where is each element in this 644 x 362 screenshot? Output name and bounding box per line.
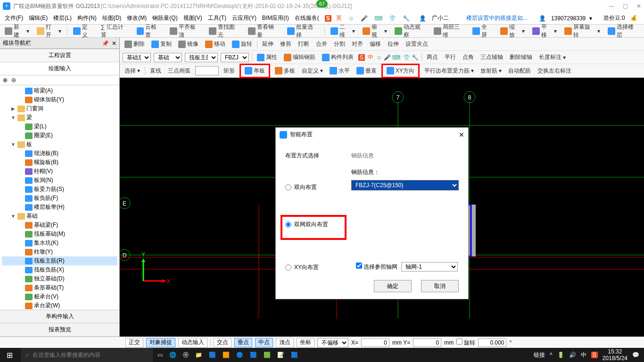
app-icon-6[interactable]: 🔵 [236,352,243,358]
new-button[interactable]: 新建 ▾ [3,22,31,40]
osnap-toggle[interactable]: 对象捕捉 [146,338,175,347]
snap-mid[interactable]: 中点 [255,338,273,347]
tree-item[interactable]: 柱帽(V) [2,167,117,176]
tab-draw-input[interactable]: 绘图输入 [0,62,119,75]
define-button[interactable]: 定义 [71,22,95,40]
batch-select-button[interactable]: 批量选择 [285,22,321,40]
split-button[interactable]: 分割 [332,39,347,49]
move-button[interactable]: 移动 [203,39,227,49]
taskbar-search[interactable]: ○ 在这里输入你要搜索的内容 [21,348,153,362]
length-dim-button[interactable]: 长度标注 ▾ [537,52,568,62]
copy-button[interactable]: 复制 [149,39,173,49]
tree-item[interactable]: 圈梁(E) [2,131,117,140]
app-icon-8[interactable]: 🟩 [264,352,271,358]
subtype-combo[interactable]: 筏板主筋 [185,53,218,62]
stretch-button[interactable]: 拉伸 [386,39,401,49]
arc-tool[interactable]: 三点画弧 [166,66,192,76]
user-avatar-icon[interactable]: 👤 [417,14,428,23]
snap-perp[interactable]: 垂点 [234,338,252,347]
ime-emoji-icon[interactable]: ☺ [347,14,356,23]
parallel-aux-button[interactable]: 平行 [443,52,458,62]
tree-item[interactable]: 螺旋板(B) [2,158,117,167]
pan-button[interactable]: 平移 ▾ [530,22,559,40]
ime-kbd-icon[interactable]: ⌨ [372,14,384,23]
user-id[interactable]: 👤 13907298339 ▾ [535,14,594,23]
merge-button[interactable]: 合并 [314,39,329,49]
tray-link[interactable]: 链接 [534,351,545,359]
rect-tool[interactable]: 矩形 [222,66,237,76]
tree-item[interactable]: 砌体加筋(Y) [2,95,117,104]
offset-combo[interactable]: 不偏移 [317,338,348,347]
task-view-icon[interactable]: ▭ [157,352,163,358]
radio-xy-direction[interactable]: XY向布置 [285,263,347,272]
auto-rebar-button[interactable]: 自动配筋 [506,66,533,76]
cancel-button[interactable]: 取消 [421,280,459,292]
custom-button[interactable]: 自定义 ▾ [300,66,325,76]
align-top-button[interactable]: 平齐板顶 [168,22,203,40]
start-button[interactable]: ⊞ [0,351,19,360]
find-button[interactable]: 查找图元 [207,22,242,40]
fullscreen-button[interactable]: 全屏 [471,22,495,40]
multi-board-button[interactable]: 多板 [273,66,297,76]
2d-button[interactable]: 二维 ▾ [329,22,357,40]
open-button[interactable]: 打开 ▾ [35,22,63,40]
zoom-button[interactable]: 缩放 ▾ [498,22,527,40]
minimize-button[interactable]: — [609,3,614,9]
layer-combo[interactable]: 基础层 [123,53,151,62]
align-button[interactable]: 对齐 [350,39,365,49]
tray-notifications-icon[interactable]: 💬 [632,352,639,358]
draw-value-input[interactable] [195,66,219,75]
tab-single-input[interactable]: 单构件输入 [0,310,119,323]
ok-button[interactable]: 确定 [374,280,412,292]
collapse-icon[interactable]: ⊖ [11,77,16,83]
top-view-button[interactable]: 俯视 ▾ [361,22,389,40]
tab-project-settings[interactable]: 工程设置 [0,49,119,62]
x-input[interactable] [361,338,389,347]
ime-icon-3[interactable]: 👕 🔧 [403,54,419,61]
radio-bidirectional[interactable]: 双向布置 [285,183,347,191]
cloud-check-button[interactable]: 云检查 [135,22,165,40]
mirror-button[interactable]: 镜像 [176,39,200,49]
horizontal-button[interactable]: 水平 [328,66,352,76]
edit-rebar-button[interactable]: 编辑钢筋 [282,52,317,62]
select-tool[interactable]: 选择 ▾ [123,66,142,76]
tree-item[interactable]: 筏板主筋(R) [2,256,117,265]
ime-lang-2[interactable]: 中 [368,53,373,61]
tree-item[interactable]: 现浇板(B) [2,149,117,158]
ime-icon-2[interactable]: ☺ 🎤 ⌨ [376,54,400,61]
break-button[interactable]: 打断 [296,39,311,49]
local-3d-button[interactable]: 局部三维 [432,22,467,40]
ime-sogou-icon-2[interactable]: S [358,54,365,61]
tree-item[interactable]: ▼板 [2,140,117,149]
app-icon-9[interactable]: 📝 [277,352,284,358]
tray-battery-icon[interactable]: 🔋 [557,352,564,358]
snap-coord[interactable]: 坐标 [297,338,314,347]
tray-sogou-icon[interactable]: S [591,352,598,358]
tree-item[interactable]: ▼梁 [2,113,117,122]
app-icon-7[interactable]: 🟦 [250,352,257,358]
ime-skin-icon[interactable]: 👕 [387,14,398,23]
close-panel-icon[interactable]: ✕ [112,40,116,47]
app-icon-3[interactable]: 📁 [195,352,202,358]
tray-time[interactable]: 15:32 [603,348,627,355]
tray-date[interactable]: 2018/5/24 [603,355,627,362]
sum-button[interactable]: ∑ 汇总计算 [99,22,131,40]
swap-label-button[interactable]: 交换左右标注 [536,66,573,76]
offset-button[interactable]: 偏移 [368,39,383,49]
orbit-button[interactable]: 动态观察 [393,22,428,40]
component-list-button[interactable]: 构件列表 [320,52,355,62]
rotate-button[interactable]: 旋转 [230,39,254,49]
rotate-check[interactable]: 旋转 [456,338,475,347]
tray-up-icon[interactable]: ^ [550,352,553,358]
tree-item[interactable]: 板受力筋(S) [2,185,117,194]
tree-item[interactable]: 筏板基础(M) [2,230,117,239]
dialog-close-button[interactable]: ✕ [459,131,464,139]
dynamic-input-toggle[interactable]: 动态输入 [178,338,207,347]
category-combo[interactable]: 基础 [154,53,182,62]
snap-top[interactable]: 顶点 [276,338,294,347]
ortho-toggle[interactable]: 正交 [125,338,143,347]
tree-item[interactable]: 条形基础(T) [2,283,117,292]
delete-button[interactable]: 删除 [123,39,147,49]
close-button[interactable]: ✕ [636,3,641,9]
tab-report-preview[interactable]: 报表预览 [0,323,119,337]
